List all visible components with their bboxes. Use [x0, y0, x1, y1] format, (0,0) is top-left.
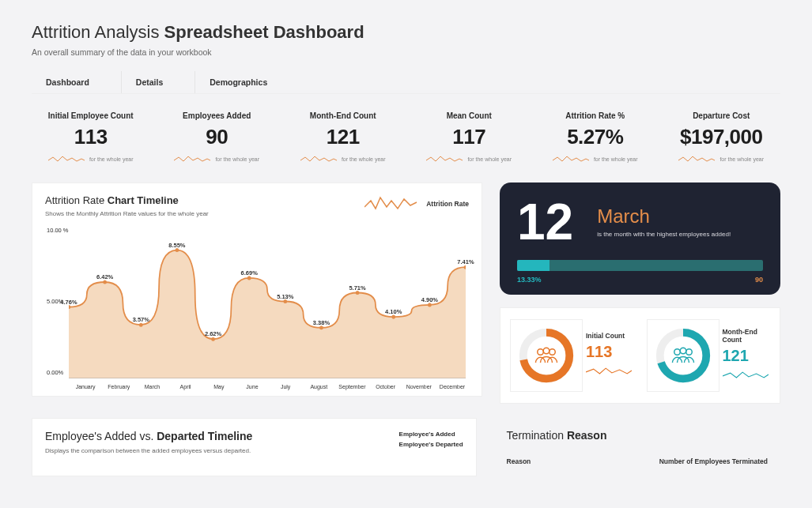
svg-point-3	[139, 323, 143, 327]
data-label: 5.13%	[277, 293, 293, 300]
title-bold: Spreadsheet Dashboard	[164, 22, 364, 42]
page-title: Attrition Analysis Spreadsheet Dashboard	[32, 22, 780, 43]
kpi-value: 121	[284, 125, 402, 149]
term-col-count: Number of Employees Terminated	[659, 457, 768, 465]
avd-legend: Employee's Added Employee's Departed	[399, 430, 463, 450]
kpi-foot: for the whole year	[719, 156, 764, 162]
spark-icon	[586, 366, 632, 377]
data-label: 2.62%	[205, 330, 221, 337]
data-label: 6.69%	[241, 269, 258, 277]
tab-bar: Dashboard Details Demographics	[32, 71, 780, 94]
x-tick: July	[269, 384, 302, 389]
svg-point-22	[685, 349, 692, 356]
kpi-label: Month-End Count	[284, 111, 402, 120]
term-title: Termination Reason	[507, 429, 768, 442]
spark-icon	[678, 154, 715, 164]
kpi-label: Departure Cost	[663, 111, 781, 120]
spark-icon	[553, 154, 589, 164]
kpi-5: Departure Cost $197,000 for the whole ye…	[663, 111, 781, 164]
spark-icon	[174, 154, 210, 164]
attrition-chart-card: Attrition Rate Chart Timeline Shows the …	[32, 183, 482, 397]
added-vs-departed-card: Employee's Added Employee's Departed Emp…	[32, 418, 477, 476]
svg-point-10	[391, 315, 395, 319]
legend-spark-icon	[364, 194, 420, 213]
spark-icon	[426, 154, 463, 164]
people-icon	[669, 345, 697, 366]
termination-card: Termination Reason Reason Number of Empl…	[494, 418, 780, 476]
ring-value-monthend: 121	[723, 347, 771, 365]
highlight-bar-right: 90	[755, 276, 763, 284]
avd-legend-departed: Employee's Departed	[399, 440, 463, 450]
y-axis-label-top: 10.00 %	[47, 227, 69, 234]
data-label: 8.55%	[168, 242, 185, 249]
x-tick: September	[335, 384, 368, 389]
svg-point-6	[247, 276, 251, 280]
ring-card-initial: Initial Count 113	[510, 319, 634, 392]
highlight-bar-fill	[517, 260, 550, 271]
x-tick: November	[402, 384, 436, 389]
tab-dashboard[interactable]: Dashboard	[32, 71, 121, 93]
svg-point-21	[680, 348, 686, 354]
data-label: 7.41%	[457, 258, 474, 265]
tab-demographics[interactable]: Demographics	[195, 71, 299, 93]
highlight-desc: is the month with the highest employees …	[597, 231, 763, 239]
kpi-foot: for the whole year	[215, 156, 259, 162]
chart-plot[interactable]: 4.76%6.42%3.57%8.55%2.62%6.69%5.13%3.38%…	[69, 228, 466, 378]
svg-point-17	[550, 349, 556, 356]
ring-cards: Initial Count 113	[500, 307, 780, 404]
svg-point-4	[175, 248, 179, 252]
spark-icon	[723, 370, 769, 381]
highlight-month: March	[597, 205, 763, 228]
svg-point-11	[428, 303, 432, 307]
kpi-0: Initial Employee Count 113 for the whole…	[32, 111, 150, 164]
kpi-value: 113	[32, 125, 150, 149]
data-label: 4.90%	[421, 296, 438, 303]
kpi-1: Employees Added 90 for the whole year	[158, 111, 277, 164]
x-axis-labels: JanuaryFebruaryMarchAprilMayJuneJulyAugu…	[69, 384, 469, 389]
page-subtitle: An overall summary of the data in your w…	[32, 47, 780, 57]
ring-label-initial: Initial Count	[586, 332, 634, 340]
spark-icon	[48, 154, 85, 164]
svg-point-20	[674, 349, 680, 356]
kpi-label: Initial Employee Count	[32, 111, 150, 120]
chart-subtitle: Shows the Monthly Attrition Rate values …	[45, 210, 209, 217]
data-label: 4.76%	[60, 299, 77, 306]
x-tick: April	[169, 384, 202, 389]
x-tick: January	[69, 384, 102, 389]
chart-body: 10.00 % 5.00% 0.00% 4.76%6.42%3.57%8.55%…	[45, 224, 469, 389]
highlight-bar-left: 13.33%	[517, 276, 542, 284]
kpi-foot: for the whole year	[467, 156, 512, 162]
kpi-value: 90	[158, 125, 277, 149]
avd-legend-added: Employee's Added	[399, 430, 463, 440]
data-label: 3.38%	[313, 319, 330, 326]
ring-value-initial: 113	[586, 343, 634, 361]
data-label: 4.10%	[385, 308, 402, 315]
x-tick: October	[369, 384, 402, 389]
highlight-card: 12 March is the month with the highest e…	[500, 183, 780, 295]
x-tick: August	[302, 384, 335, 389]
x-tick: March	[135, 384, 168, 389]
svg-point-9	[356, 291, 360, 295]
x-tick: December	[436, 384, 469, 389]
term-col-reason: Reason	[507, 457, 531, 465]
kpi-value: $197,000	[663, 125, 781, 149]
svg-point-5	[211, 337, 215, 341]
svg-point-7	[283, 299, 287, 303]
legend-label: Attrition Rate	[426, 200, 469, 208]
kpi-3: Mean Count 117 for the whole year	[410, 111, 529, 164]
kpi-row: Initial Employee Count 113 for the whole…	[32, 111, 780, 164]
highlight-bar	[517, 260, 763, 271]
tab-details[interactable]: Details	[121, 71, 195, 93]
kpi-label: Employees Added	[158, 111, 277, 120]
svg-point-2	[103, 280, 107, 284]
data-label: 6.42%	[96, 273, 113, 280]
kpi-label: Attrition Rate %	[536, 111, 655, 120]
kpi-value: 117	[410, 125, 529, 149]
highlight-number: 12	[517, 197, 573, 247]
x-tick: May	[202, 384, 236, 389]
y-axis-label-bottom: 0.00%	[47, 369, 63, 376]
ring-card-monthend: Month-End Count 121	[647, 319, 771, 392]
kpi-foot: for the whole year	[342, 156, 386, 162]
svg-point-16	[543, 348, 550, 354]
x-tick: February	[102, 384, 135, 389]
